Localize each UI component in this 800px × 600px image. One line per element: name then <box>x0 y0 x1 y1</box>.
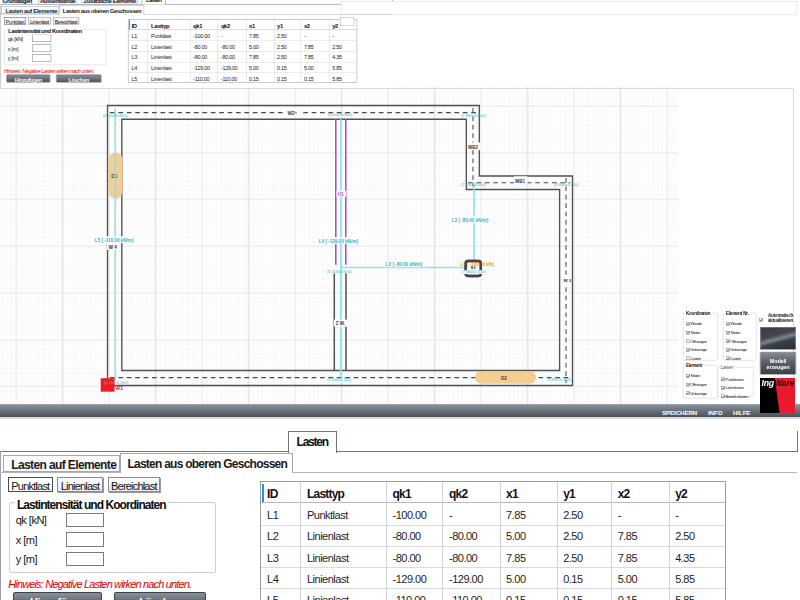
svg-text:WB1: WB1 <box>515 179 525 184</box>
svg-text:W1: W1 <box>116 385 124 391</box>
svg-text:O2: O2 <box>501 376 508 381</box>
svg-text:(5.000/5.850): (5.000/5.850) <box>328 112 353 117</box>
svg-text:WB2: WB2 <box>468 145 478 150</box>
svg-text:L2 [ -80,00 kN/m]: L2 [ -80,00 kN/m] <box>386 262 423 267</box>
svg-text:(5.000/2.500): (5.000/2.500) <box>327 269 352 274</box>
svg-text:W2: W2 <box>288 111 296 116</box>
svg-text:Z W.: Z W. <box>336 321 345 326</box>
svg-text:(7.850/5.850): (7.850/5.850) <box>461 113 486 118</box>
svg-text:(0.150/0.150): (0.150/0.150) <box>104 380 129 385</box>
svg-text:(5.000/0.150): (5.000/0.150) <box>327 377 352 382</box>
svg-text:W 3: W 3 <box>563 278 571 283</box>
svg-text:(7.850/4.350): (7.850/4.350) <box>461 182 486 187</box>
svg-text:(0.150/5.850): (0.150/5.850) <box>103 113 128 118</box>
svg-text:(9.850/4.350): (9.850/4.350) <box>554 182 579 187</box>
svg-text:W 4: W 4 <box>109 245 118 250</box>
svg-text:L3 [ -80,00 kN/m]: L3 [ -80,00 kN/m] <box>452 218 489 223</box>
svg-text:U1: U1 <box>338 192 344 197</box>
svg-text:(9.850/0.150): (9.850/0.150) <box>547 377 572 382</box>
svg-text:L4 [ -129,00 kN/m]: L4 [ -129,00 kN/m] <box>319 239 358 244</box>
svg-text:(7.850/2.500): (7.850/2.500) <box>461 269 486 274</box>
svg-text:L5 [ -110,00 kN/m]: L5 [ -110,00 kN/m] <box>95 238 134 243</box>
